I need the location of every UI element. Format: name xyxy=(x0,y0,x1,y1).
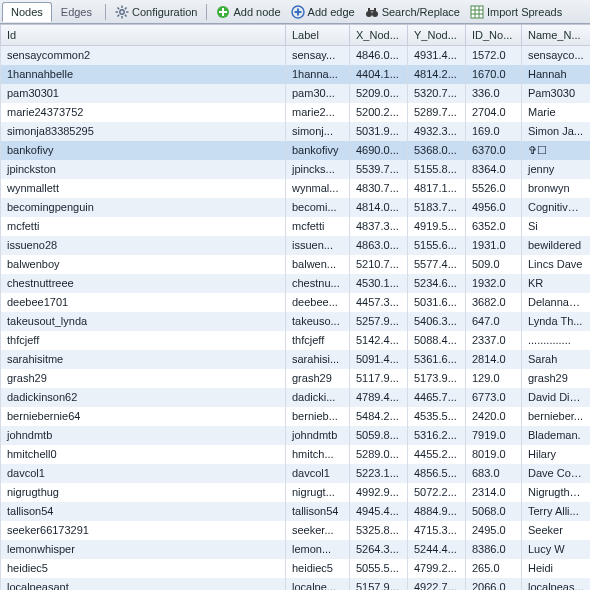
cell-y[interactable]: 4465.7... xyxy=(408,388,466,407)
cell-y[interactable]: 4817.1... xyxy=(408,179,466,198)
cell-id[interactable]: chestnuttreee xyxy=(1,274,286,293)
search-replace-button[interactable]: Search/Replace xyxy=(360,3,465,21)
table-row[interactable]: simonja83385295simonj...5031.9...4932.3.… xyxy=(1,122,591,141)
cell-x[interactable]: 4863.0... xyxy=(350,236,408,255)
cell-label[interactable]: balwen... xyxy=(286,255,350,274)
cell-x[interactable]: 5264.3... xyxy=(350,540,408,559)
cell-id[interactable]: tallison54 xyxy=(1,502,286,521)
cell-id[interactable]: heidiec5 xyxy=(1,559,286,578)
cell-id[interactable]: berniebernie64 xyxy=(1,407,286,426)
cell-y[interactable]: 5361.6... xyxy=(408,350,466,369)
cell-label[interactable]: jpincks... xyxy=(286,160,350,179)
table-row[interactable]: pam30301pam30...5209.0...5320.7...336.0P… xyxy=(1,84,591,103)
cell-y[interactable]: 4884.9... xyxy=(408,502,466,521)
table-row[interactable]: seeker66173291seeker...5325.8...4715.3..… xyxy=(1,521,591,540)
cell-idno[interactable]: 509.0 xyxy=(466,255,522,274)
cell-name[interactable]: bewildered xyxy=(522,236,591,255)
cell-idno[interactable]: 6773.0 xyxy=(466,388,522,407)
cell-x[interactable]: 4690.0... xyxy=(350,141,408,160)
cell-idno[interactable]: 5526.0 xyxy=(466,179,522,198)
cell-id[interactable]: dadickinson62 xyxy=(1,388,286,407)
cell-x[interactable]: 5484.2... xyxy=(350,407,408,426)
cell-label[interactable]: marie2... xyxy=(286,103,350,122)
cell-x[interactable]: 4830.7... xyxy=(350,179,408,198)
cell-name[interactable]: sensayco... xyxy=(522,46,591,65)
cell-label[interactable]: localpe... xyxy=(286,578,350,591)
cell-idno[interactable]: 1931.0 xyxy=(466,236,522,255)
cell-label[interactable]: mcfetti xyxy=(286,217,350,236)
cell-id[interactable]: wynmallett xyxy=(1,179,286,198)
configuration-button[interactable]: Configuration xyxy=(110,3,202,21)
cell-id[interactable]: sarahisitme xyxy=(1,350,286,369)
cell-y[interactable]: 5031.6... xyxy=(408,293,466,312)
cell-name[interactable]: Terry Alli... xyxy=(522,502,591,521)
cell-idno[interactable]: 683.0 xyxy=(466,464,522,483)
cell-label[interactable]: becomi... xyxy=(286,198,350,217)
cell-x[interactable]: 5289.0... xyxy=(350,445,408,464)
cell-label[interactable]: johndmtb xyxy=(286,426,350,445)
cell-name[interactable]: Sarah xyxy=(522,350,591,369)
cell-name[interactable]: David Dic... xyxy=(522,388,591,407)
cell-idno[interactable]: 8019.0 xyxy=(466,445,522,464)
cell-id[interactable]: pam30301 xyxy=(1,84,286,103)
cell-idno[interactable]: 265.0 xyxy=(466,559,522,578)
cell-y[interactable]: 5289.7... xyxy=(408,103,466,122)
cell-label[interactable]: heidiec5 xyxy=(286,559,350,578)
table-row[interactable]: chestnuttreeechestnu...4530.1...5234.6..… xyxy=(1,274,591,293)
cell-idno[interactable]: 6370.0 xyxy=(466,141,522,160)
table-row[interactable]: hmitchell0hmitch...5289.0...4455.2...801… xyxy=(1,445,591,464)
cell-y[interactable]: 4535.5... xyxy=(408,407,466,426)
table-row[interactable]: heidiec5heidiec55055.5...4799.2...265.0H… xyxy=(1,559,591,578)
cell-idno[interactable]: 3682.0 xyxy=(466,293,522,312)
cell-y[interactable]: 4856.5... xyxy=(408,464,466,483)
cell-id[interactable]: lemonwhisper xyxy=(1,540,286,559)
cell-label[interactable]: deebee... xyxy=(286,293,350,312)
cell-y[interactable]: 4932.3... xyxy=(408,122,466,141)
cell-idno[interactable]: 1572.0 xyxy=(466,46,522,65)
cell-idno[interactable]: 336.0 xyxy=(466,84,522,103)
cell-name[interactable]: Hilary xyxy=(522,445,591,464)
cell-name[interactable]: Marie xyxy=(522,103,591,122)
cell-x[interactable]: 5055.5... xyxy=(350,559,408,578)
cell-id[interactable]: nigrugthug xyxy=(1,483,286,502)
cell-y[interactable]: 5244.4... xyxy=(408,540,466,559)
table-row[interactable]: bankofivybankofivy4690.0...5368.0...6370… xyxy=(1,141,591,160)
cell-y[interactable]: 4931.4... xyxy=(408,46,466,65)
table-row[interactable]: mcfettimcfetti4837.3...4919.5...6352.0Si xyxy=(1,217,591,236)
cell-idno[interactable]: 129.0 xyxy=(466,369,522,388)
cell-y[interactable]: 5368.0... xyxy=(408,141,466,160)
cell-x[interactable]: 5257.9... xyxy=(350,312,408,331)
cell-x[interactable]: 4992.9... xyxy=(350,483,408,502)
cell-idno[interactable]: 1670.0 xyxy=(466,65,522,84)
cell-x[interactable]: 4530.1... xyxy=(350,274,408,293)
cell-idno[interactable]: 7919.0 xyxy=(466,426,522,445)
cell-y[interactable]: 5320.7... xyxy=(408,84,466,103)
table-row[interactable]: nigrugthugnigrugt...4992.9...5072.2...23… xyxy=(1,483,591,502)
table-row[interactable]: takeusout_lyndatakeuso...5257.9...5406.3… xyxy=(1,312,591,331)
table-row[interactable]: becomingpenguinbecomi...4814.0...5183.7.… xyxy=(1,198,591,217)
cell-name[interactable]: Heidi xyxy=(522,559,591,578)
cell-x[interactable]: 5142.4... xyxy=(350,331,408,350)
cell-x[interactable]: 4846.0... xyxy=(350,46,408,65)
cell-x[interactable]: 5117.9... xyxy=(350,369,408,388)
cell-x[interactable]: 5091.4... xyxy=(350,350,408,369)
col-header-idno[interactable]: ID_No... xyxy=(466,25,522,46)
table-row[interactable]: localpeasantlocalpe...5157.9...4922.7...… xyxy=(1,578,591,591)
cell-label[interactable]: chestnu... xyxy=(286,274,350,293)
cell-idno[interactable]: 2420.0 xyxy=(466,407,522,426)
cell-name[interactable]: Seeker xyxy=(522,521,591,540)
tab-nodes[interactable]: Nodes xyxy=(2,2,52,22)
cell-idno[interactable]: 647.0 xyxy=(466,312,522,331)
cell-name[interactable]: Si xyxy=(522,217,591,236)
table-row[interactable]: sensaycommon2sensay...4846.0...4931.4...… xyxy=(1,46,591,65)
cell-y[interactable]: 4922.7... xyxy=(408,578,466,591)
cell-idno[interactable]: 1932.0 xyxy=(466,274,522,293)
cell-label[interactable]: grash29 xyxy=(286,369,350,388)
cell-y[interactable]: 5183.7... xyxy=(408,198,466,217)
col-header-y[interactable]: Y_Nod... xyxy=(408,25,466,46)
cell-name[interactable]: Cognitive ... xyxy=(522,198,591,217)
add-node-button[interactable]: Add node xyxy=(211,3,285,21)
cell-y[interactable]: 4455.2... xyxy=(408,445,466,464)
cell-id[interactable]: jpinckston xyxy=(1,160,286,179)
table-row[interactable]: thfcjeffthfcjeff5142.4...5088.4...2337.0… xyxy=(1,331,591,350)
